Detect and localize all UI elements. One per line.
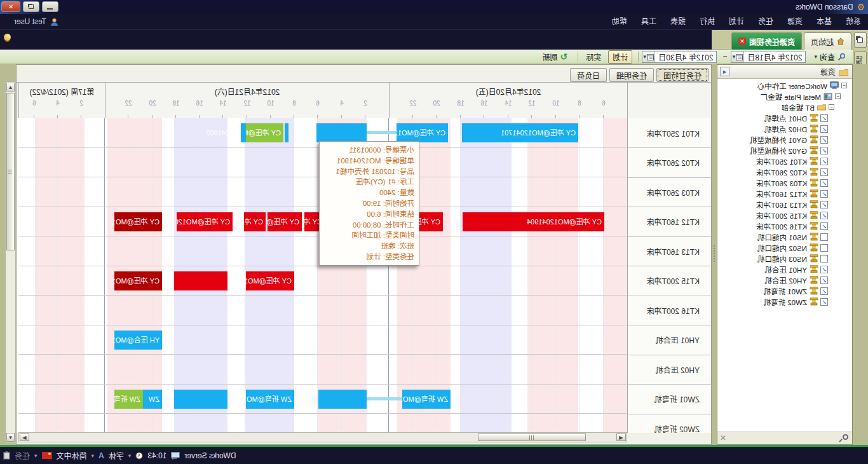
scroll-down-arrow-icon[interactable]: ▼ [6, 433, 15, 442]
query-button[interactable]: 查询▾ [810, 50, 850, 64]
task-bar[interactable]: ZW 折弯@MO1 [114, 390, 143, 409]
tree-checkbox-checked[interactable]: ✓ [820, 190, 828, 198]
scroll-up-arrow-icon[interactable]: ▲ [6, 83, 15, 92]
tree-checkbox-checked[interactable]: ✓ [820, 266, 828, 273]
tree-item-kt15[interactable]: ✓KT15 200T冲床 [756, 210, 852, 221]
task-bar[interactable]: CY 冲压@MO12041904 [177, 212, 233, 231]
gantt-row-label[interactable]: KT12 160T冲床 [627, 207, 711, 237]
gantt-view-tab-2[interactable]: 任务明细 [609, 68, 654, 82]
tree-item-bt[interactable]: −BT 钣金部 [782, 102, 852, 113]
font-label[interactable]: 字体 [109, 450, 124, 461]
task-bar[interactable] [316, 123, 367, 142]
menu-item-5[interactable]: 计划 [722, 14, 751, 30]
filter-search-icon[interactable] [843, 434, 848, 440]
task-bar[interactable] [285, 123, 288, 142]
language-label[interactable]: 简体中文 [57, 450, 87, 461]
task-bar[interactable]: CY 冲压 [244, 212, 266, 231]
tree-checkbox-checked[interactable]: ✓ [820, 298, 828, 306]
task-bar[interactable]: YH 压合@MO1 [114, 331, 162, 350]
restore-button[interactable] [23, 1, 39, 12]
task-bar[interactable]: CY 冲压@MO12041901 [397, 123, 448, 142]
close-tab-icon[interactable]: ✕ [738, 38, 746, 45]
font-dropdown-arrow-icon[interactable]: ▾ [92, 453, 95, 459]
tree-checkbox-checked[interactable]: ✓ [820, 212, 828, 219]
tree-checkbox-unchecked[interactable] [820, 255, 828, 263]
tree-item-yh02[interactable]: ✓YH02 压合机 [765, 275, 852, 285]
tree-checkbox-checked[interactable]: ✓ [820, 114, 828, 122]
menu-item-6[interactable]: 执行 [693, 14, 722, 30]
tree-checkbox-checked[interactable]: ✓ [820, 168, 828, 176]
menu-item-2[interactable]: 基本 [810, 14, 839, 30]
task-bar[interactable] [174, 390, 227, 409]
close-button[interactable]: ✕ [1, 1, 20, 12]
task-bar[interactable]: CY 冲压@MO12041904 [417, 212, 443, 231]
task-bar[interactable]: CY 冲压@MO1 [114, 271, 162, 290]
tree-checkbox-checked[interactable]: ✓ [820, 276, 828, 284]
task-label[interactable]: 任务 [15, 450, 30, 461]
task-bar[interactable]: CY 冲压@MO12041904 [268, 212, 302, 231]
plan-toggle-button[interactable]: 计划 [608, 50, 632, 64]
panel-splitter[interactable] [712, 64, 717, 445]
vertical-scrollbar[interactable]: ▲ ▼ [5, 81, 16, 443]
tree-checkbox-unchecked[interactable] [820, 233, 828, 241]
horizontal-scrollbar[interactable]: ◀ ▶ [18, 432, 627, 442]
actual-toggle-button[interactable]: 实际 [581, 50, 606, 64]
refresh-button[interactable]: ↻ 刷新 [538, 50, 573, 64]
tree-item-kt13[interactable]: ✓KT13 160T冲床 [756, 199, 852, 210]
tree-item-ns03[interactable]: NS03 内缩口机 [757, 253, 852, 264]
menu-item-8[interactable]: 工具 [634, 14, 663, 30]
tree-checkbox-checked[interactable]: ✓ [820, 222, 828, 230]
clear-filter-icon[interactable]: ✕ [720, 433, 726, 442]
task-bar[interactable]: CY 冲压@MO12041902 [246, 123, 283, 142]
gantt-row-label[interactable]: KT13 160T冲床 [627, 236, 711, 266]
task-bar[interactable]: ZW 折弯@MO12041801 [402, 390, 451, 409]
collapse-panel-button[interactable]: ◄ [720, 67, 729, 76]
task-bar[interactable]: CY 冲压@MO12041904 [463, 212, 604, 231]
scroll-right-arrow-icon[interactable]: ▶ [20, 433, 29, 441]
time-dropdown-arrow-icon[interactable]: ▾ [128, 453, 132, 459]
tree-item-kt03[interactable]: ✓KT03 260T冲床 [756, 177, 852, 188]
tree-item-zw02[interactable]: ✓ZW02 折弯机 [764, 296, 852, 307]
gantt-view-tab-1[interactable]: 任务甘特图 [656, 68, 709, 82]
gantt-row-label[interactable]: KT03 260T冲床 [627, 177, 711, 207]
tree-item-zw01[interactable]: ✓ZW01 折弯机 [764, 285, 852, 296]
task-bar[interactable]: ZW [143, 390, 162, 409]
minimize-button[interactable] [42, 1, 58, 12]
tree-item-dh02[interactable]: ✓DH02 点焊机 [764, 123, 852, 134]
task-bar[interactable]: ZW 折弯@MO12041901 [246, 390, 294, 409]
tree-expander-icon[interactable]: − [841, 83, 847, 88]
tree-item-workcenter[interactable]: −WorkCenter 工作中心 [757, 80, 852, 91]
task-bar[interactable] [174, 271, 227, 290]
tree-checkbox-checked[interactable]: ✓ [820, 136, 828, 144]
gantt-row-label[interactable]: YH02 压合机 [627, 355, 711, 385]
tree-checkbox-checked[interactable]: ✓ [820, 147, 828, 154]
gantt-view-tab-3[interactable]: 日负荷 [570, 68, 607, 82]
task-bar[interactable]: CY 冲压@MO12041903 [246, 271, 294, 290]
cascade-windows-button[interactable] [854, 32, 867, 48]
tree-checkbox-checked[interactable]: ✓ [820, 125, 828, 133]
tab-start-page[interactable]: 起始页 [804, 32, 851, 50]
horizontal-scroll-thumb[interactable] [478, 433, 586, 441]
tree-checkbox-unchecked[interactable] [820, 244, 828, 252]
tree-item-ns02[interactable]: NS02 内缩口机 [757, 242, 852, 253]
task-bar[interactable] [318, 390, 367, 409]
menu-item-3[interactable]: 资源 [780, 14, 810, 30]
tree-item-dh01[interactable]: ✓DH01 点焊机 [764, 113, 852, 123]
tree-item-kt12[interactable]: ✓KT12 160T冲床 [756, 188, 852, 199]
date-to-field[interactable]: 2012年 4月30日 ▾ [642, 51, 717, 63]
tree-item-kt02[interactable]: ✓KT02 260T冲床 [756, 167, 852, 177]
task-bar[interactable]: CY 冲压@MO12041701 [462, 123, 578, 142]
gantt-row-label[interactable]: KT01 250T冲床 [627, 118, 711, 148]
gantt-row-label[interactable]: YH01 压合机 [627, 325, 711, 355]
scroll-left-arrow-icon[interactable]: ◀ [616, 433, 626, 441]
tree-expander-icon[interactable]: − [829, 104, 834, 110]
tree-checkbox-checked[interactable]: ✓ [820, 201, 828, 208]
calendar-icon[interactable]: ▾ [731, 51, 744, 62]
date-from-field[interactable]: 2012年 4月18日 ▾ [731, 51, 806, 63]
task-bar[interactable] [241, 123, 246, 142]
calendar-icon[interactable]: ▾ [642, 51, 655, 62]
menu-item-7[interactable]: 报表 [663, 14, 693, 30]
gantt-row-label[interactable]: ZW01 折弯机 [627, 385, 711, 414]
tree-expander-icon[interactable]: − [835, 93, 841, 99]
tree-item-metal[interactable]: −Metal Plate 钣金厂 [761, 91, 852, 102]
